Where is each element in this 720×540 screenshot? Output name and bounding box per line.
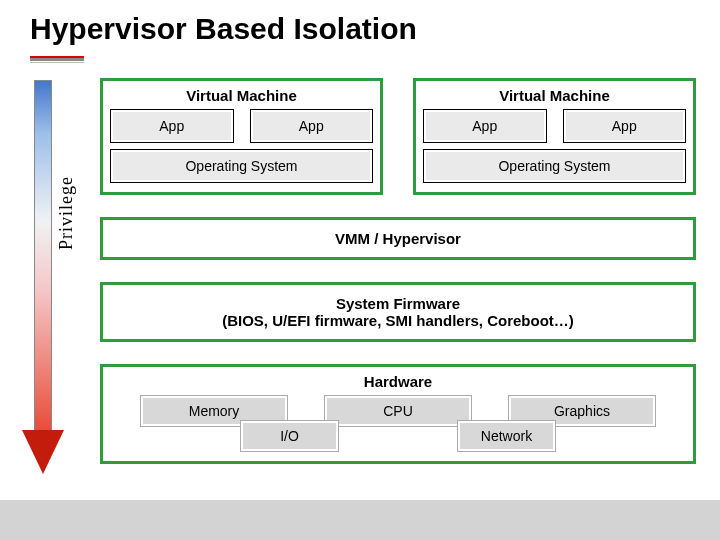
vm-label: Virtual Machine: [111, 87, 372, 104]
privilege-arrow: [22, 80, 64, 478]
app-row: App App: [424, 110, 685, 142]
title-accent: [30, 56, 84, 61]
page-title: Hypervisor Based Isolation: [30, 12, 417, 46]
hardware-label: Hardware: [111, 373, 685, 390]
vmm-layer: VMM / Hypervisor: [100, 217, 696, 260]
app-box: App: [564, 110, 686, 142]
slide: Hypervisor Based Isolation Privilege Vir…: [0, 0, 720, 540]
app-box: App: [424, 110, 546, 142]
app-box: App: [251, 110, 373, 142]
os-box: Operating System: [111, 150, 372, 182]
diagram-content: Virtual Machine App App Operating System…: [100, 78, 696, 464]
firmware-layer: System Firmware (BIOS, U/EFI firmware, S…: [100, 282, 696, 342]
hardware-row-1: Memory CPU Graphics: [111, 396, 685, 426]
arrow-head-icon: [22, 430, 64, 474]
hw-network: Network: [458, 421, 555, 451]
vm-box-left: Virtual Machine App App Operating System: [100, 78, 383, 195]
vm-box-right: Virtual Machine App App Operating System: [413, 78, 696, 195]
arrow-body: [34, 80, 52, 432]
app-box: App: [111, 110, 233, 142]
vm-label: Virtual Machine: [424, 87, 685, 104]
privilege-label: Privilege: [56, 176, 77, 250]
vm-row: Virtual Machine App App Operating System…: [100, 78, 696, 195]
hw-io: I/O: [241, 421, 338, 451]
slide-footer: [0, 500, 720, 540]
app-row: App App: [111, 110, 372, 142]
hardware-box: Hardware Memory CPU Graphics I/O Network: [100, 364, 696, 464]
hw-cpu: CPU: [325, 396, 471, 426]
os-box: Operating System: [424, 150, 685, 182]
